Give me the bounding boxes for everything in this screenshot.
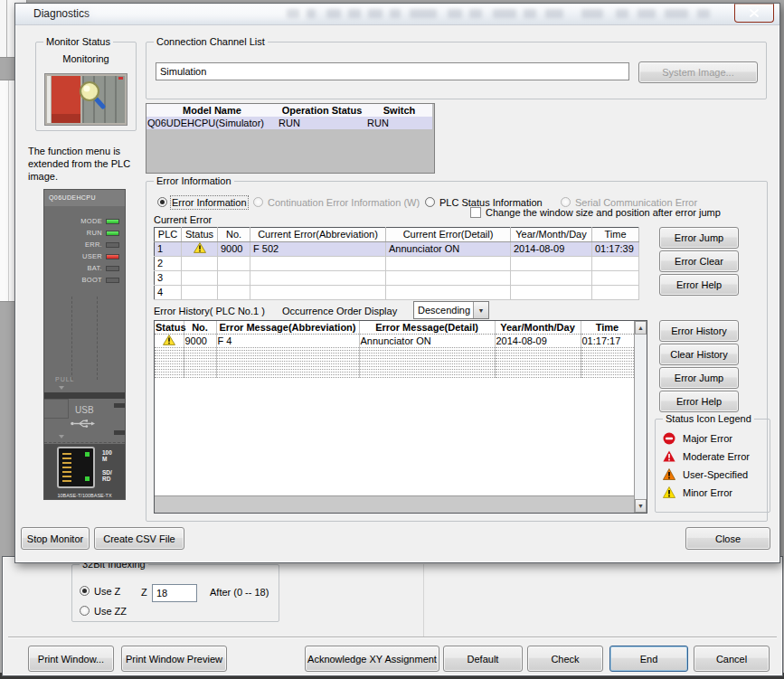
end-button[interactable]: End <box>609 646 688 672</box>
error-jump-button[interactable]: Error Jump <box>659 227 739 249</box>
close-window-button[interactable] <box>734 4 774 23</box>
pull-arrow-icon <box>59 435 64 439</box>
titlebar-blur <box>665 9 688 18</box>
occurrence-order-label: Occurrence Order Display <box>282 306 397 316</box>
error-abbr-cell: F 4 <box>216 335 359 348</box>
ethernet-caption: 10BASE-T/100BASE-TX <box>44 493 125 498</box>
history-bottom-strip <box>155 495 634 513</box>
current-error-row[interactable]: 2 <box>155 257 639 271</box>
occurrence-order-dropdown[interactable]: Descending ▼ <box>413 301 489 319</box>
led-label: USER <box>82 252 102 260</box>
radio-label: PLC Status Information <box>439 197 543 208</box>
current-error-header: Time <box>592 228 639 242</box>
current-error-label: Current Error <box>154 214 212 225</box>
checkbox-label: Change the window size and position afte… <box>486 207 721 218</box>
plc-seam <box>71 297 72 380</box>
titlebar-blur <box>390 9 401 18</box>
error-history-label: Error History( PLC No.1 ) <box>154 306 265 316</box>
usb-label: USB <box>75 405 94 415</box>
radio-dot-icon <box>561 197 571 207</box>
err-led-icon <box>106 242 119 248</box>
chevron-down-icon: ▼ <box>473 302 488 318</box>
radio-dot-icon <box>253 197 263 207</box>
titlebar-blur <box>697 9 710 18</box>
error-history-button[interactable]: Error History <box>659 320 739 342</box>
history-error-help-button[interactable]: Error Help <box>659 391 739 412</box>
divider-vertical <box>423 564 424 637</box>
close-button[interactable]: Close <box>685 527 770 550</box>
status-icon-legend-label: Status Icon Legend <box>663 412 754 425</box>
titlebar-blur <box>616 9 628 18</box>
titlebar-blur <box>524 9 536 18</box>
settings-dialog: 32Bit Indexing Use Z Z After (0 -- 18) U… <box>2 556 783 676</box>
error-date-cell: 2014-08-09 <box>511 242 592 257</box>
connection-channel-group: Connection Channel List System Image... <box>146 42 767 99</box>
history-row <box>155 375 634 378</box>
error-help-button[interactable]: Error Help <box>659 274 739 296</box>
plc-seam-horizontal <box>44 442 125 443</box>
error-history-table: Status No. Error Message(Abbreviation) E… <box>154 320 647 514</box>
ethernet-led <box>85 452 90 457</box>
current-error-row[interactable]: 4 <box>155 286 639 300</box>
use-zz-radio[interactable]: Use ZZ <box>80 605 127 617</box>
z-value-input[interactable] <box>152 584 197 602</box>
plc-led-block: MODE RUN ERR. USER BAT. BOOT <box>44 215 125 286</box>
led-label: MODE <box>80 217 102 225</box>
scroll-up-button[interactable]: ▲ <box>635 321 647 335</box>
error-date-cell: 2014-08-09 <box>495 335 581 348</box>
usb-icon <box>70 418 97 429</box>
history-header: Error Message(Detail) <box>359 321 495 335</box>
error-information-group: Error Information Error Information Cont… <box>146 181 768 522</box>
history-header: Error Message(Abbreviation) <box>216 321 359 335</box>
current-error-header: PLC <box>155 228 182 242</box>
ethernet-led <box>85 476 90 481</box>
current-error-row[interactable]: 3 <box>155 271 639 286</box>
resize-after-jump-checkbox[interactable]: Change the window size and position afte… <box>470 207 721 218</box>
error-time-cell: 01:17:17 <box>581 335 634 348</box>
model-table-header: Model Name <box>146 104 278 117</box>
radio-label: Error Information <box>172 197 247 208</box>
plc-front-image: Q06UDEHCPU MODE RUN ERR. USER BAT. BOOT … <box>43 189 126 500</box>
current-error-header: Current Error(Abbreviation) <box>250 228 386 242</box>
history-header: Year/Month/Day <box>495 321 581 335</box>
print-window-preview-button[interactable]: Print Window Preview <box>121 646 227 672</box>
history-row[interactable]: 9000 F 4 Annunciator ON 2014-08-09 01:17… <box>155 335 634 348</box>
error-information-radio[interactable]: Error Information <box>157 196 247 208</box>
radio-dot-icon <box>425 197 435 207</box>
scroll-down-button[interactable]: ▼ <box>635 499 647 513</box>
operation-status-cell: RUN <box>278 117 366 129</box>
pull-label: PULL <box>55 376 75 382</box>
plc-port-section: 100M SD/RD 10BASE-T/100BASE-TX <box>44 444 125 499</box>
led-label: ERR. <box>85 240 102 249</box>
divider-horizontal <box>8 637 777 638</box>
clear-history-button[interactable]: Clear History <box>659 344 739 365</box>
legend-label: User-Specified <box>683 469 748 480</box>
acknowledge-xy-assignment-button[interactable]: Acknowledge XY Assignment <box>305 646 439 672</box>
use-z-radio[interactable]: Use Z <box>80 585 120 597</box>
mode-led-icon <box>106 219 119 224</box>
titlebar-blur <box>448 9 462 18</box>
model-table-row[interactable]: Q06UDEHCPU(Simulator) RUN RUN <box>146 117 432 129</box>
connection-channel-input[interactable] <box>156 62 629 80</box>
plc-right-tab <box>114 403 125 408</box>
stop-monitor-button[interactable]: Stop Monitor <box>21 527 90 550</box>
diagnostics-dialog: Diagnostics Monitor Status <box>14 3 780 563</box>
plc-cell: 1 <box>155 242 182 257</box>
error-clear-button[interactable]: Error Clear <box>659 250 739 272</box>
bat-led-icon <box>106 266 119 271</box>
cancel-button[interactable]: Cancel <box>694 646 770 672</box>
background-window-edge <box>6 0 7 57</box>
monitor-status-group: Monitor Status Monitoring <box>35 42 137 131</box>
titlebar-blur <box>493 9 516 18</box>
print-window-button[interactable]: Print Window... <box>28 646 114 672</box>
moderate-error-icon <box>663 450 675 462</box>
vertical-scrollbar[interactable]: ▲ ▼ <box>634 321 647 513</box>
model-table: Model Name Operation Status Switch Q06UD… <box>146 103 435 174</box>
default-button[interactable]: Default <box>443 646 523 672</box>
create-csv-file-button[interactable]: Create CSV File <box>94 527 184 550</box>
check-button[interactable]: Check <box>527 646 603 672</box>
led-label: BAT. <box>88 264 102 272</box>
history-error-jump-button[interactable]: Error Jump <box>659 367 739 389</box>
error-time-cell: 01:17:39 <box>592 242 639 257</box>
current-error-row[interactable]: 1 9000 F 502 Annunciator ON 2014-08-09 0… <box>155 242 639 257</box>
